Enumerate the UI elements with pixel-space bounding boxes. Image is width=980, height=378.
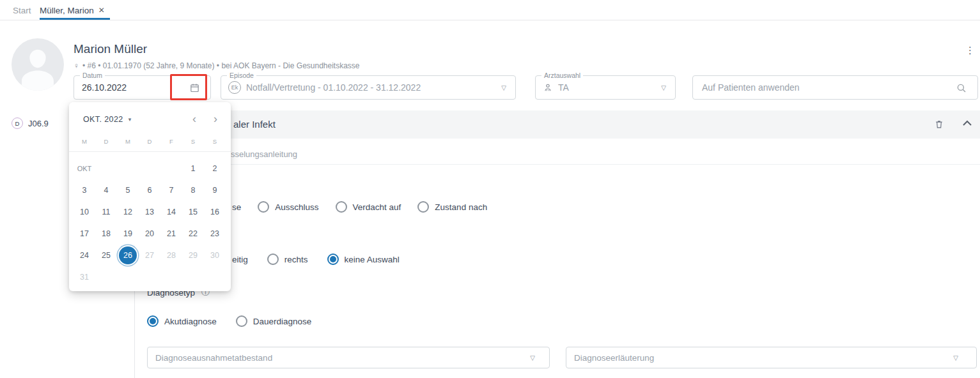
calendar-day[interactable]: 21 [160, 223, 182, 245]
calendar-day[interactable]: 4 [95, 179, 117, 201]
calendar-day: 30 [204, 245, 226, 266]
calendar-day[interactable]: 14 [160, 201, 182, 223]
calendar-day-label: 7 [162, 181, 180, 199]
radio-akutdiagnose[interactable]: Akutdiagnose [147, 315, 217, 327]
calendar-day-selected[interactable]: 26 [117, 245, 139, 266]
collapse-panel-button[interactable] [963, 120, 972, 126]
calendar-day[interactable]: 8 [182, 179, 204, 201]
diagnosis-reference[interactable]: D J06.9 [12, 117, 49, 129]
calendar-day-label: 26 [119, 246, 137, 264]
calendar-day[interactable]: 1 [182, 158, 204, 179]
female-icon: ♀ [74, 61, 79, 70]
calendar-day[interactable]: 5 [117, 179, 139, 201]
radio-verdacht-auf[interactable]: Verdacht auf [336, 201, 401, 213]
calendar-day[interactable]: 15 [182, 201, 204, 223]
date-value[interactable]: 26.10.2022 [82, 82, 127, 93]
certainty-radio-group: se AusschlussVerdacht aufZustand nach [232, 201, 487, 213]
radio-zustand-nach[interactable]: Zustand nach [417, 201, 487, 213]
calendar-empty-cell [204, 266, 226, 288]
active-tab-indicator [40, 18, 110, 20]
calendar-day[interactable]: 24 [74, 245, 95, 266]
chevron-down-icon[interactable]: ▽ [661, 84, 666, 91]
calendar-empty-cell [160, 266, 182, 288]
weekday-label: S [204, 138, 226, 145]
calendar-day[interactable]: 7 [160, 179, 182, 201]
tab-start[interactable]: Start [13, 0, 31, 20]
date-field[interactable]: Datum 26.10.2022 [74, 75, 211, 100]
chevron-down-icon[interactable]: ▽ [530, 354, 535, 361]
calendar-day: 31 [74, 266, 95, 288]
chevron-up-icon [963, 120, 972, 126]
episode-label: Episode [227, 72, 256, 79]
diagnosis-exception-select[interactable]: Diagnoseausnahmetatbestand ▽ [147, 347, 550, 368]
calendar-day-label: 29 [184, 246, 202, 264]
diagnosis-type-radio-group: AkutdiagnoseDauerdiagnose [147, 315, 311, 327]
weekday-label: M [117, 138, 139, 145]
chevron-down-icon[interactable]: ▽ [953, 354, 958, 361]
more-options-icon[interactable]: ⋮ [965, 45, 975, 56]
delete-diagnosis-button[interactable] [934, 119, 944, 130]
calendar-day[interactable]: 25 [95, 245, 117, 266]
radio-unselected-icon [258, 201, 269, 213]
doctor-person-icon [543, 82, 553, 93]
close-tab-icon[interactable]: ✕ [98, 6, 105, 15]
calendar-day[interactable]: 9 [204, 179, 226, 201]
calendar-day-label: 23 [206, 225, 224, 243]
radio-keine-auswahl[interactable]: keine Auswahl [327, 253, 400, 265]
calendar-day-label: 15 [184, 203, 202, 221]
radio-unselected-icon [417, 201, 429, 213]
diagnosis-explanation-select[interactable]: Diagnoseerläuterung ▽ [566, 347, 977, 368]
calendar-day[interactable]: 13 [139, 201, 160, 223]
next-month-button[interactable]: › [214, 112, 217, 125]
calendar-day[interactable]: 19 [117, 223, 139, 245]
calendar-day-label: 5 [119, 181, 137, 199]
calendar-day[interactable]: 23 [204, 223, 226, 245]
radio-label: Verdacht auf [353, 202, 401, 212]
episode-type-badge: Ek [228, 81, 241, 94]
calendar-day[interactable]: 3 [74, 179, 95, 201]
laterality-label-fragment[interactable]: eitig [232, 255, 248, 264]
doctor-select[interactable]: Arztauswahl TA ▽ [535, 75, 676, 100]
calendar-day-label: 16 [206, 203, 224, 221]
radio-label: keine Auswahl [345, 255, 400, 264]
calendar-day[interactable]: 6 [139, 179, 160, 201]
calendar-day[interactable]: 20 [139, 223, 160, 245]
calendar-day-label: 18 [97, 225, 115, 243]
calendar-day[interactable]: 12 [117, 201, 139, 223]
calendar-day[interactable]: 16 [204, 201, 226, 223]
coding-guide-link-fragment[interactable]: sselungsanleitung [231, 149, 297, 159]
search-icon[interactable] [956, 82, 967, 94]
calendar-day-label: 8 [184, 181, 202, 199]
certainty-label-fragment[interactable]: se [232, 202, 241, 212]
calendar-day: 28 [160, 245, 182, 266]
weekday-label: M [74, 138, 95, 145]
calendar-day[interactable]: 11 [95, 201, 117, 223]
patient-meta-text: • #6 • 01.01.1970 (52 Jahre, 9 Monate) •… [82, 61, 360, 70]
calendar-day-label: 10 [75, 203, 93, 221]
radio-ausschluss[interactable]: Ausschluss [258, 201, 318, 213]
calendar-day[interactable]: 10 [74, 201, 95, 223]
calendar-day[interactable]: 18 [95, 223, 117, 245]
calendar-grid: OKT1234567891011121314151617181920212223… [74, 158, 226, 288]
calendar-empty-cell [95, 158, 117, 179]
previous-month-button[interactable]: ‹ [192, 112, 196, 125]
calendar-day[interactable]: 22 [182, 223, 204, 245]
calendar-empty-cell [160, 158, 182, 179]
calendar-day-label: 4 [97, 181, 115, 199]
calendar-day[interactable]: 2 [204, 158, 226, 179]
datepicker-month-selector[interactable]: OKT. 2022 ▾ [83, 115, 132, 124]
calendar-day-label: 17 [75, 225, 93, 243]
radio-rechts[interactable]: rechts [267, 253, 308, 265]
chevron-down-icon[interactable]: ▽ [501, 84, 506, 91]
diagnosis-code: J06.9 [28, 119, 49, 128]
radio-dauerdiagnose[interactable]: Dauerdiagnose [236, 315, 312, 327]
radio-label: rechts [284, 255, 308, 264]
episode-select[interactable]: Episode Ek Notfall/Vertretung - 01.10.20… [221, 75, 516, 100]
calendar-empty-cell [95, 266, 117, 288]
calendar-day: 27 [139, 245, 160, 266]
calendar-toggle-button[interactable] [178, 76, 211, 99]
apply-to-patient-search[interactable]: Auf Patienten anwenden [692, 75, 978, 100]
calendar-day[interactable]: 17 [74, 223, 95, 245]
weekday-label: F [160, 138, 182, 145]
weekday-label: D [139, 138, 160, 145]
